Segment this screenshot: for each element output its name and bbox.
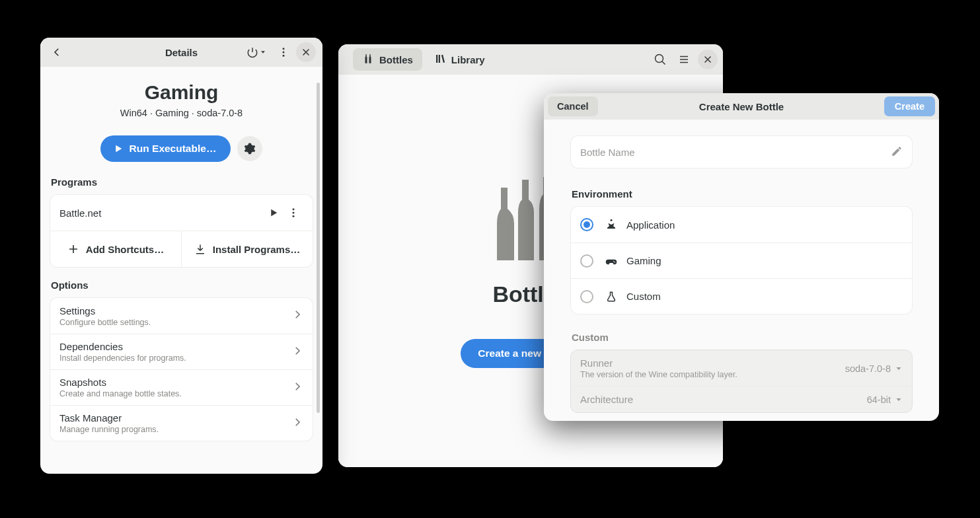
bottle-name: Gaming — [50, 81, 313, 104]
close-icon — [702, 54, 713, 65]
architecture-title: Architecture — [580, 394, 633, 405]
search-button[interactable] — [650, 50, 670, 69]
env-application[interactable]: Application — [571, 207, 912, 242]
program-play-button[interactable] — [264, 203, 283, 223]
gear-icon — [244, 143, 256, 155]
program-row[interactable]: Battle.net — [50, 195, 313, 231]
power-menu-button[interactable] — [242, 42, 271, 62]
option-snapshots[interactable]: Snapshots Create and manage bottle state… — [50, 369, 313, 405]
svg-point-4 — [293, 212, 295, 214]
application-icon — [604, 219, 619, 231]
library-icon — [434, 53, 446, 67]
chevron-right-icon — [291, 381, 303, 395]
environment-heading: Environment — [572, 188, 911, 200]
svg-point-0 — [283, 48, 285, 50]
svg-point-6 — [611, 219, 613, 221]
svg-point-3 — [293, 208, 295, 210]
runner-row[interactable]: Runner The version of the Wine compatibi… — [571, 350, 912, 386]
option-title: Settings — [59, 305, 151, 316]
add-shortcuts-label: Add Shortcuts… — [86, 244, 164, 255]
bottle-settings-button[interactable] — [237, 136, 262, 161]
run-executable-button[interactable]: Run Executable… — [100, 135, 231, 162]
play-icon — [112, 143, 124, 155]
add-shortcuts-button[interactable]: Add Shortcuts… — [50, 231, 181, 267]
architecture-row[interactable]: Architecture 64-bit — [571, 386, 912, 412]
svg-point-1 — [283, 52, 285, 54]
chevron-left-icon — [51, 46, 63, 58]
program-name: Battle.net — [59, 207, 101, 219]
radio-icon — [580, 290, 593, 303]
main-headerbar: Bottles Library — [338, 44, 723, 75]
programs-card: Battle.net Add Shortcuts… Install Progra… — [50, 194, 313, 268]
option-task-manager[interactable]: Task Manager Manage running programs. — [50, 405, 313, 441]
cancel-button[interactable]: Cancel — [548, 96, 598, 116]
option-sub: Configure bottle settings. — [59, 318, 151, 327]
close-button[interactable] — [296, 42, 316, 62]
create-title: Create New Bottle — [544, 101, 939, 112]
plus-icon — [67, 243, 79, 255]
bottle-subtitle: Win64 · Gaming · soda-7.0-8 — [50, 108, 313, 118]
tab-library[interactable]: Library — [425, 48, 494, 71]
env-custom[interactable]: Custom — [571, 278, 912, 314]
tab-bottles[interactable]: Bottles — [353, 48, 422, 71]
env-gaming[interactable]: Gaming — [571, 242, 912, 278]
create-bottle-dialog: Cancel Create New Bottle Create Bottle N… — [544, 93, 939, 421]
svg-point-2 — [283, 55, 285, 57]
power-icon — [246, 46, 258, 58]
radio-icon — [580, 254, 593, 268]
options-heading: Options — [51, 279, 312, 291]
create-headerbar: Cancel Create New Bottle Create — [544, 93, 939, 120]
option-title: Task Manager — [59, 412, 159, 424]
bottles-icon — [362, 53, 374, 67]
options-card: Settings Configure bottle settings. Depe… — [50, 297, 313, 441]
option-title: Snapshots — [59, 377, 182, 388]
chevron-right-icon — [291, 345, 303, 359]
option-sub: Manage running programs. — [59, 425, 159, 434]
option-sub: Create and manage bottle states. — [59, 389, 182, 398]
install-programs-label: Install Programs… — [213, 244, 301, 255]
details-window: Details Gaming Win64 · Gaming · soda-7.0… — [40, 38, 322, 474]
chevron-right-icon — [291, 416, 303, 431]
details-headerbar: Details — [40, 38, 322, 67]
runner-value: soda-7.0-8 — [845, 363, 903, 374]
run-executable-label: Run Executable… — [130, 143, 217, 155]
edit-icon — [891, 145, 903, 159]
env-label: Gaming — [626, 255, 661, 266]
option-dependencies[interactable]: Dependencies Install dependencies for pr… — [50, 334, 313, 369]
chevron-down-icon — [895, 365, 903, 373]
runner-title: Runner — [580, 357, 737, 369]
environment-card: Application Gaming Custom — [570, 206, 913, 314]
env-label: Application — [626, 219, 675, 231]
create-button[interactable]: Create — [884, 96, 935, 116]
play-icon — [268, 207, 280, 219]
custom-heading: Custom — [572, 332, 911, 343]
tab-bottles-label: Bottles — [379, 54, 413, 65]
runner-sub: The version of the Wine compatibility la… — [580, 370, 737, 379]
hamburger-icon — [678, 54, 690, 65]
program-menu-button[interactable] — [283, 203, 303, 223]
bottle-name-placeholder: Bottle Name — [580, 147, 635, 158]
back-button[interactable] — [47, 42, 67, 62]
close-button[interactable] — [698, 50, 718, 69]
option-sub: Install dependencies for programs. — [59, 353, 186, 363]
scrollbar[interactable] — [317, 83, 320, 413]
option-title: Dependencies — [59, 341, 186, 352]
flask-icon — [604, 291, 619, 303]
custom-card: Runner The version of the Wine compatibi… — [570, 350, 913, 413]
close-icon — [301, 47, 311, 57]
radio-selected-icon — [580, 218, 593, 231]
chevron-down-icon — [895, 396, 903, 404]
programs-heading: Programs — [51, 176, 312, 188]
svg-point-5 — [293, 215, 295, 217]
bottle-name-input[interactable]: Bottle Name — [570, 135, 913, 168]
kebab-icon — [278, 46, 289, 58]
tab-library-label: Library — [451, 54, 485, 65]
chevron-down-icon — [260, 49, 266, 56]
kebab-menu-button[interactable] — [274, 42, 293, 62]
install-programs-button[interactable]: Install Programs… — [181, 231, 313, 267]
architecture-value: 64-bit — [867, 394, 903, 405]
option-settings[interactable]: Settings Configure bottle settings. — [50, 298, 313, 334]
search-icon — [654, 54, 666, 65]
env-label: Custom — [626, 291, 661, 302]
hamburger-menu-button[interactable] — [674, 50, 694, 69]
